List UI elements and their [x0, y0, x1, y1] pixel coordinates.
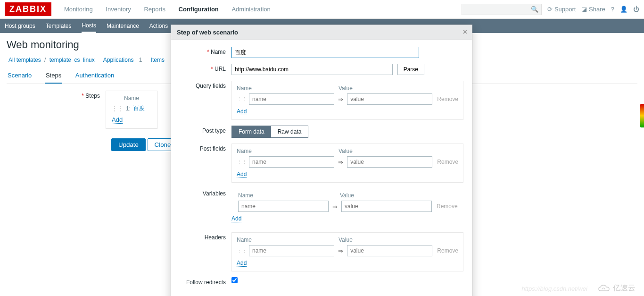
tab-steps[interactable]: Steps	[45, 69, 62, 84]
qf-value-input[interactable]	[347, 93, 432, 105]
follow-redirects-label: Follow redirects	[180, 277, 231, 286]
steps-header-name: Name	[112, 95, 151, 101]
var-value-input[interactable]	[341, 201, 432, 212]
watermark-url: https://blog.csdn.net/wei	[522, 285, 587, 292]
top-nav: Monitoring Inventory Reports Configurati…	[58, 6, 276, 13]
steps-table: Name ⋮⋮ 1: 百度 Add	[106, 91, 157, 129]
query-fields-label: Query fields	[180, 81, 231, 89]
arrow-icon: ⇒	[338, 247, 343, 254]
drag-handle-icon[interactable]: ⋮⋮	[237, 96, 247, 102]
steps-label: Steps	[7, 91, 106, 129]
nav-inventory[interactable]: Inventory	[106, 6, 131, 13]
subnav-hosts[interactable]: Hosts	[82, 22, 96, 33]
remove-link[interactable]: Remove	[437, 203, 458, 210]
pf-name-input[interactable]	[249, 156, 334, 168]
remove-link[interactable]: Remove	[437, 96, 458, 102]
close-icon[interactable]: ×	[463, 28, 467, 36]
url-label: URL	[215, 66, 226, 72]
nav-monitoring[interactable]: Monitoring	[64, 6, 93, 13]
support-link[interactable]: ⟳ Support	[547, 6, 576, 13]
post-type-label: Post type	[180, 126, 231, 134]
follow-redirects-checkbox[interactable]	[231, 277, 238, 283]
post-fields-label: Post fields	[180, 144, 231, 152]
add-step-link[interactable]: Add	[112, 116, 123, 124]
step-row: ⋮⋮ 1: 百度	[112, 104, 151, 112]
pf-value-input[interactable]	[347, 156, 432, 168]
add-pf-link[interactable]: Add	[237, 171, 247, 178]
modal-title: Step of web scenario ×	[171, 25, 472, 40]
headers-label: Headers	[180, 232, 231, 241]
bc-template[interactable]: template_cs_linux	[50, 57, 95, 63]
user-icon[interactable]: 👤	[620, 6, 627, 13]
post-type-toggle: Form data Raw data	[231, 126, 308, 138]
drag-handle-icon[interactable]: ⋮⋮	[237, 159, 247, 165]
arrow-icon: ⇒	[332, 203, 338, 210]
logo[interactable]: ZABBIX	[5, 2, 51, 16]
hdr-name-input[interactable]	[249, 245, 334, 256]
subnav-templates[interactable]: Templates	[46, 23, 72, 29]
step-link[interactable]: 百度	[133, 104, 145, 112]
add-hdr-link[interactable]: Add	[237, 260, 247, 267]
arrow-icon: ⇒	[338, 96, 343, 103]
subnav-actions[interactable]: Actions	[149, 23, 168, 29]
tab-auth[interactable]: Authentication	[74, 69, 115, 83]
search-input[interactable]: 🔍	[462, 4, 542, 15]
step-number: 1:	[126, 105, 131, 112]
cloud-icon	[598, 284, 610, 293]
subnav-maintenance[interactable]: Maintenance	[107, 23, 139, 29]
url-input[interactable]	[231, 64, 393, 75]
remove-link[interactable]: Remove	[437, 159, 458, 165]
bc-items[interactable]: Items	[151, 57, 165, 63]
arrow-icon: ⇒	[338, 159, 343, 166]
name-input[interactable]	[231, 47, 419, 58]
power-icon[interactable]: ⏻	[633, 6, 639, 13]
var-name-input[interactable]	[238, 201, 329, 212]
side-indicator	[640, 104, 644, 127]
nav-configuration[interactable]: Configuration	[179, 6, 219, 13]
add-qf-link[interactable]: Add	[237, 108, 247, 115]
share-link[interactable]: ◪ Share	[581, 6, 605, 13]
bc-apps[interactable]: Applications	[103, 57, 134, 63]
parse-button[interactable]: Parse	[397, 64, 424, 75]
search-icon: 🔍	[531, 6, 538, 13]
bc-all[interactable]: All templates	[8, 57, 41, 63]
tab-scenario[interactable]: Scenario	[7, 69, 33, 83]
update-button[interactable]: Update	[111, 138, 146, 151]
step-modal: Step of web scenario × * Name * URL Pars…	[171, 25, 472, 296]
post-type-form[interactable]: Form data	[232, 126, 271, 137]
drag-handle-icon[interactable]: ⋮⋮	[237, 248, 247, 254]
name-label: Name	[211, 49, 226, 55]
watermark: 亿速云	[598, 283, 636, 293]
remove-link[interactable]: Remove	[437, 247, 458, 254]
hdr-value-input[interactable]	[347, 245, 432, 256]
nav-reports[interactable]: Reports	[144, 6, 165, 13]
add-var-link[interactable]: Add	[231, 215, 241, 222]
drag-handle-icon[interactable]: ⋮⋮	[112, 105, 123, 112]
post-type-raw[interactable]: Raw data	[271, 126, 308, 137]
nav-administration[interactable]: Administration	[231, 6, 270, 13]
qf-name-input[interactable]	[249, 93, 334, 105]
subnav-hostgroups[interactable]: Host groups	[5, 23, 35, 29]
variables-label: Variables	[180, 188, 231, 197]
help-icon[interactable]: ?	[611, 6, 614, 13]
